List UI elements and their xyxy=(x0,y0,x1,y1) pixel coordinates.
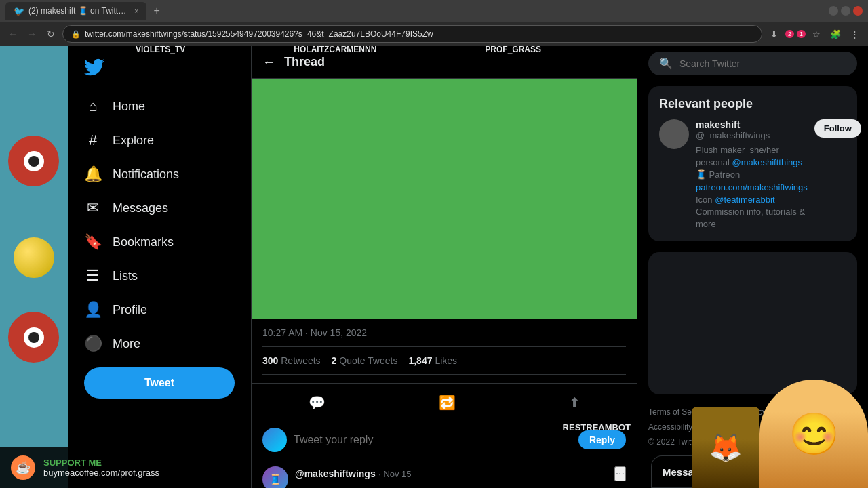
sidebar-item-lists[interactable]: ☰ Lists xyxy=(76,260,243,291)
search-input[interactable] xyxy=(679,58,846,69)
reply-author-info: @makeshiftwings · Nov 15 xyxy=(295,468,412,480)
notification-badge-1: 2 xyxy=(785,30,794,38)
ad-placeholder xyxy=(648,252,857,394)
right-sidebar: 🔍 Relevant people makeshift @_makeshiftw… xyxy=(637,46,868,488)
browser-titlebar: 🐦 (2) makeshift 🧵 on Twitter: "can... × … xyxy=(0,0,868,22)
reply-content: @makeshiftwings · Nov 15 ··· xyxy=(295,466,626,488)
messages-compose-icon[interactable]: ✎ xyxy=(831,464,841,479)
icon-credit-link[interactable]: @teatimerabbit xyxy=(715,195,774,205)
messages-panel-actions: ✎ ⌃ xyxy=(831,464,856,479)
tweet-button[interactable]: Tweet xyxy=(84,367,235,399)
support-label: SUPPORT ME xyxy=(43,458,159,468)
bookmark-button[interactable]: ☆ xyxy=(808,29,825,39)
reply-text-input[interactable] xyxy=(294,434,572,446)
support-url: buymeacoffee.com/prof.grass xyxy=(43,468,159,478)
person-name: makeshift xyxy=(696,119,808,130)
likes-count[interactable]: 1,847 Likes xyxy=(408,355,457,366)
extensions-button[interactable]: 🧩 xyxy=(827,29,844,39)
refresh-nav-button[interactable]: ↻ xyxy=(43,28,58,39)
messages-panel-header: Messages ✎ ⌃ xyxy=(652,456,867,488)
messages-panel: Messages ✎ ⌃ xyxy=(651,455,868,488)
lock-icon: 🔒 xyxy=(71,30,81,39)
reply-input-bar: Reply xyxy=(252,422,637,458)
reply-submit-button[interactable]: Reply xyxy=(578,430,626,449)
new-tab-button[interactable]: + xyxy=(151,5,162,17)
privacy-link[interactable]: Privacy Policy xyxy=(715,407,766,417)
browser-chrome: 🐦 (2) makeshift 🧵 on Twitter: "can... × … xyxy=(0,0,868,46)
yellow-ball-decoration xyxy=(14,237,54,278)
close-btn[interactable] xyxy=(853,6,863,16)
tweet-actions: 💬 🔁 ⬆ xyxy=(252,384,637,422)
back-button[interactable]: ← xyxy=(262,54,276,70)
main-thread-content: ← Thread 10:27 AM · Nov 15, 2022 300 Ret… xyxy=(251,46,637,488)
sidebar-item-lists-label: Lists xyxy=(113,269,138,283)
tweet-metadata: 10:27 AM · Nov 15, 2022 300 Retweets 2 Q… xyxy=(252,319,637,384)
patreon-link[interactable]: patreon.com/makeshiftwings xyxy=(696,182,808,192)
explore-icon: # xyxy=(84,131,102,149)
more-link[interactable]: More… xyxy=(735,422,762,432)
sidebar-logo[interactable] xyxy=(76,52,243,85)
thread-title: Thread xyxy=(284,55,325,69)
notifications-icon: 🔔 xyxy=(84,165,102,183)
reply-time: Nov 15 xyxy=(383,469,411,479)
sidebar-item-bookmarks[interactable]: 🔖 Bookmarks xyxy=(76,226,243,258)
reply-author-avatar: 🧵 xyxy=(262,466,288,488)
reply-list-item: 🧵 @makeshiftwings · Nov 15 ··· xyxy=(252,458,637,488)
support-text: SUPPORT ME buymeacoffee.com/prof.grass xyxy=(43,458,159,478)
sidebar: ⌂ Home # Explore 🔔 Notifications ✉ Messa… xyxy=(68,46,251,488)
twitter-tab-icon: 🐦 xyxy=(14,6,24,16)
support-bar: ☕ SUPPORT ME buymeacoffee.com/prof.grass xyxy=(0,447,231,488)
maximize-btn[interactable] xyxy=(841,6,850,16)
twitter-app: ⌂ Home # Explore 🔔 Notifications ✉ Messa… xyxy=(68,46,868,488)
lists-icon: ☰ xyxy=(84,267,102,285)
tweet-media xyxy=(252,79,637,319)
sidebar-item-bookmarks-label: Bookmarks xyxy=(113,235,174,249)
reply-more-button[interactable]: ··· xyxy=(614,466,626,481)
share-action-button[interactable]: ⬆ xyxy=(564,389,586,416)
tab-label: (2) makeshift 🧵 on Twitter: "can... xyxy=(28,6,130,16)
follow-button[interactable]: Follow xyxy=(814,119,861,138)
sidebar-item-explore[interactable]: # Explore xyxy=(76,125,243,156)
messages-collapse-icon[interactable]: ⌃ xyxy=(846,464,856,479)
sidebar-item-notifications[interactable]: 🔔 Notifications xyxy=(76,159,243,190)
ads-link[interactable]: Ads info xyxy=(699,422,728,432)
sidebar-item-more-label: More xyxy=(113,337,140,351)
person-card: makeshift @_makeshiftwings Plush maker s… xyxy=(659,119,846,230)
person-handle: @_makeshiftwings xyxy=(696,130,808,140)
sidebar-item-profile[interactable]: 👤 Profile xyxy=(76,294,243,325)
browser-tab[interactable]: 🐦 (2) makeshift 🧵 on Twitter: "can... × xyxy=(5,2,146,20)
cookie-link[interactable]: Cookie Policy xyxy=(773,407,823,417)
minimize-btn[interactable] xyxy=(829,6,838,16)
quote-tweets-count[interactable]: 2 Quote Tweets xyxy=(332,355,398,366)
url-text: twitter.com/makeshiftwings/status/159255… xyxy=(85,29,753,39)
retweet-action-button[interactable]: 🔁 xyxy=(433,389,461,416)
accessibility-link[interactable]: Accessibility xyxy=(648,422,692,432)
person-info: makeshift @_makeshiftwings Plush maker s… xyxy=(696,119,808,230)
sidebar-item-messages[interactable]: ✉ Messages xyxy=(76,192,243,224)
left-eye-decoration-bottom xyxy=(8,312,59,363)
thread-header: ← Thread xyxy=(252,46,637,79)
download-button[interactable]: ⬇ xyxy=(766,29,783,39)
sidebar-item-home[interactable]: ⌂ Home xyxy=(76,91,243,122)
reply-header: @makeshiftwings · Nov 15 ··· xyxy=(295,466,626,481)
comment-action-button[interactable]: 💬 xyxy=(303,389,331,416)
sidebar-item-explore-label: Explore xyxy=(113,134,154,148)
forward-nav-button[interactable]: → xyxy=(24,28,39,39)
retweets-count[interactable]: 300 Retweets xyxy=(262,355,321,366)
terms-link[interactable]: Terms of Service xyxy=(648,407,709,417)
person-avatar xyxy=(659,119,689,149)
tab-close-icon[interactable]: × xyxy=(134,7,138,15)
relevant-people-title: Relevant people xyxy=(659,97,846,111)
menu-button[interactable]: ⋮ xyxy=(846,29,863,39)
profile-icon: 👤 xyxy=(84,301,102,319)
back-nav-button[interactable]: ← xyxy=(5,28,20,39)
search-icon: 🔍 xyxy=(659,57,673,70)
messages-panel-title: Messages xyxy=(663,466,711,478)
reply-author-name: @makeshiftwings xyxy=(295,468,376,479)
sidebar-item-more[interactable]: ⚫ More xyxy=(76,328,243,359)
address-bar[interactable]: 🔒 twitter.com/makeshiftwings/status/1592… xyxy=(62,25,762,43)
copyright-text: © 2022 Twitter, Inc. xyxy=(648,437,718,447)
more-icon: ⚫ xyxy=(84,335,102,352)
search-bar[interactable]: 🔍 xyxy=(648,52,857,75)
reply-user-avatar xyxy=(262,428,287,452)
